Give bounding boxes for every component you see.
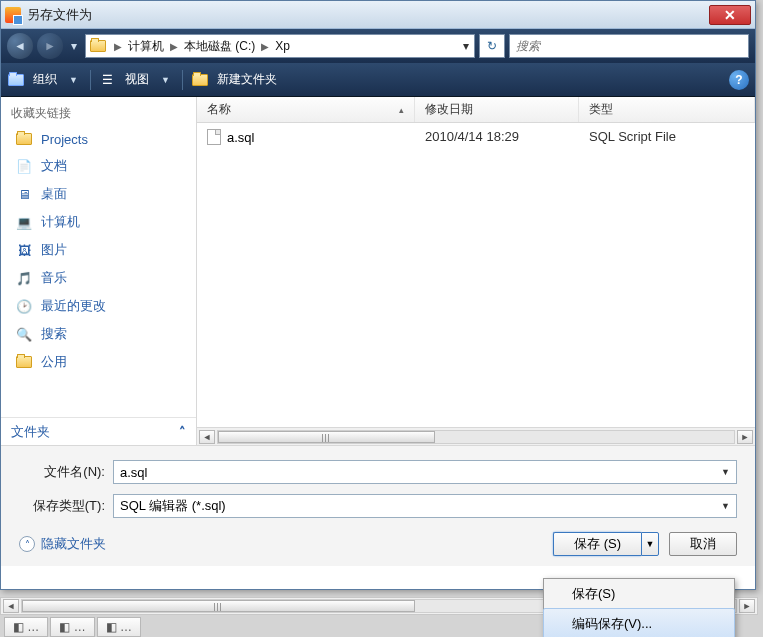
recent-icon: 🕑	[15, 298, 33, 314]
sidebar-item-label: 最近的更改	[41, 297, 106, 315]
column-type[interactable]: 类型	[579, 97, 755, 122]
search-box[interactable]	[509, 34, 749, 58]
sort-indicator-icon: ▴	[399, 105, 404, 115]
scroll-right-button[interactable]: ►	[737, 430, 753, 444]
file-name: a.sql	[227, 130, 254, 145]
sidebar-item-pictures[interactable]: 🖼图片	[1, 236, 196, 264]
filename-label: 文件名(N):	[19, 463, 113, 481]
scroll-left-button[interactable]: ◄	[3, 599, 19, 613]
sidebar-item-music[interactable]: 🎵音乐	[1, 264, 196, 292]
scroll-right-button[interactable]: ►	[739, 599, 755, 613]
scroll-thumb[interactable]	[218, 431, 435, 443]
background-tab[interactable]: ◧ …	[97, 617, 141, 637]
new-folder-icon	[191, 72, 209, 88]
sidebar-item-label: 搜索	[41, 325, 67, 343]
chevron-up-icon: ˄	[179, 424, 186, 439]
search-input[interactable]	[516, 35, 742, 57]
views-icon: ☰	[99, 72, 117, 88]
filename-combo[interactable]: ▼	[113, 460, 737, 484]
save-dropdown-button[interactable]: ▼	[641, 532, 659, 556]
save-button[interactable]: 保存 (S)	[553, 532, 641, 556]
sidebar-item-label: 计算机	[41, 213, 80, 231]
sidebar-item-public[interactable]: 公用	[1, 348, 196, 376]
window-title: 另存文件为	[27, 6, 709, 24]
sidebar: 收藏夹链接 Projects 📄文档 🖥桌面 💻计算机 🖼图片 🎵音乐 🕑最近的…	[1, 97, 197, 445]
favorites-list: Projects 📄文档 🖥桌面 💻计算机 🖼图片 🎵音乐 🕑最近的更改 🔍搜索…	[1, 126, 196, 417]
sidebar-item-label: 桌面	[41, 185, 67, 203]
public-icon	[15, 354, 33, 370]
search-icon: 🔍	[15, 326, 33, 342]
views-button[interactable]: 视图	[121, 71, 153, 88]
scroll-track[interactable]	[217, 430, 735, 444]
folder-icon	[88, 36, 108, 56]
breadcrumb[interactable]: ▶ 计算机 ▶ 本地磁盘 (C:) ▶ Xp ▾	[85, 34, 475, 58]
save-split-button: 保存 (S) ▼	[553, 532, 659, 556]
file-icon	[207, 129, 221, 145]
savetype-label: 保存类型(T):	[19, 497, 113, 515]
favorites-header: 收藏夹链接	[1, 97, 196, 126]
sidebar-item-documents[interactable]: 📄文档	[1, 152, 196, 180]
breadcrumb-item[interactable]: 本地磁盘 (C:)	[182, 38, 257, 55]
pictures-icon: 🖼	[15, 242, 33, 258]
column-name[interactable]: 名称▴	[197, 97, 415, 122]
organize-button[interactable]: 组织	[29, 71, 61, 88]
scroll-thumb[interactable]	[22, 600, 415, 612]
column-date[interactable]: 修改日期	[415, 97, 579, 122]
new-folder-button[interactable]: 新建文件夹	[213, 71, 281, 88]
breadcrumb-dropdown[interactable]: ▾	[458, 39, 474, 53]
sidebar-item-label: 图片	[41, 241, 67, 259]
file-list: a.sql 2010/4/14 18:29 SQL Script File	[197, 123, 755, 427]
savetype-combo[interactable]: SQL 编辑器 (*.sql) ▼	[113, 494, 737, 518]
sidebar-item-label: 音乐	[41, 269, 67, 287]
cancel-button[interactable]: 取消	[669, 532, 737, 556]
chevron-down-icon[interactable]: ▼	[721, 501, 730, 511]
hide-folders-label: 隐藏文件夹	[41, 535, 106, 553]
back-button[interactable]: ◄	[7, 33, 33, 59]
breadcrumb-item[interactable]: Xp	[273, 39, 292, 53]
menu-item-save-encoding[interactable]: 编码保存(V)...	[543, 608, 735, 637]
menu-item-save[interactable]: 保存(S)	[544, 579, 734, 609]
sidebar-item-label: Projects	[41, 132, 88, 147]
titlebar[interactable]: 另存文件为 ✕	[1, 1, 755, 29]
computer-icon: 💻	[15, 214, 33, 230]
sidebar-item-computer[interactable]: 💻计算机	[1, 208, 196, 236]
folders-label: 文件夹	[11, 423, 50, 441]
background-tab[interactable]: ◧ …	[50, 617, 94, 637]
save-as-dialog: 另存文件为 ✕ ◄ ► ▾ ▶ 计算机 ▶ 本地磁盘 (C:) ▶ Xp ▾ ↻…	[0, 0, 756, 590]
folder-icon	[15, 131, 33, 147]
sidebar-item-projects[interactable]: Projects	[1, 126, 196, 152]
desktop-icon: 🖥	[15, 186, 33, 202]
sidebar-item-label: 公用	[41, 353, 67, 371]
app-icon	[5, 7, 21, 23]
savetype-value: SQL 编辑器 (*.sql)	[120, 497, 721, 515]
chevron-right-icon: ▶	[110, 41, 126, 52]
file-row[interactable]: a.sql 2010/4/14 18:29 SQL Script File	[197, 123, 755, 151]
help-button[interactable]: ?	[729, 70, 749, 90]
forward-button[interactable]: ►	[37, 33, 63, 59]
file-pane: 名称▴ 修改日期 类型 a.sql 2010/4/14 18:29 SQL Sc…	[197, 97, 755, 445]
folders-toggle[interactable]: 文件夹 ˄	[1, 417, 196, 445]
documents-icon: 📄	[15, 158, 33, 174]
chevron-up-icon: ˄	[19, 536, 35, 552]
horizontal-scrollbar[interactable]: ◄ ►	[197, 427, 755, 445]
history-dropdown[interactable]: ▾	[67, 36, 81, 56]
refresh-button[interactable]: ↻	[479, 34, 505, 58]
filename-input[interactable]	[120, 465, 721, 480]
breadcrumb-item[interactable]: 计算机	[126, 38, 166, 55]
scroll-left-button[interactable]: ◄	[199, 430, 215, 444]
close-button[interactable]: ✕	[709, 5, 751, 25]
sidebar-item-label: 文档	[41, 157, 67, 175]
sidebar-item-recent[interactable]: 🕑最近的更改	[1, 292, 196, 320]
organize-icon	[7, 72, 25, 88]
chevron-down-icon[interactable]: ▼	[65, 75, 82, 85]
chevron-right-icon: ▶	[257, 41, 273, 52]
background-tab[interactable]: ◧ …	[4, 617, 48, 637]
hide-folders-toggle[interactable]: ˄ 隐藏文件夹	[19, 535, 106, 553]
chevron-down-icon[interactable]: ▼	[721, 467, 730, 477]
sidebar-item-desktop[interactable]: 🖥桌面	[1, 180, 196, 208]
sidebar-item-search[interactable]: 🔍搜索	[1, 320, 196, 348]
toolbar: 组织 ▼ ☰ 视图 ▼ 新建文件夹 ?	[1, 63, 755, 97]
chevron-down-icon[interactable]: ▼	[157, 75, 174, 85]
column-headers: 名称▴ 修改日期 类型	[197, 97, 755, 123]
bottom-panel: 文件名(N): ▼ 保存类型(T): SQL 编辑器 (*.sql) ▼ ˄ 隐…	[1, 445, 755, 566]
